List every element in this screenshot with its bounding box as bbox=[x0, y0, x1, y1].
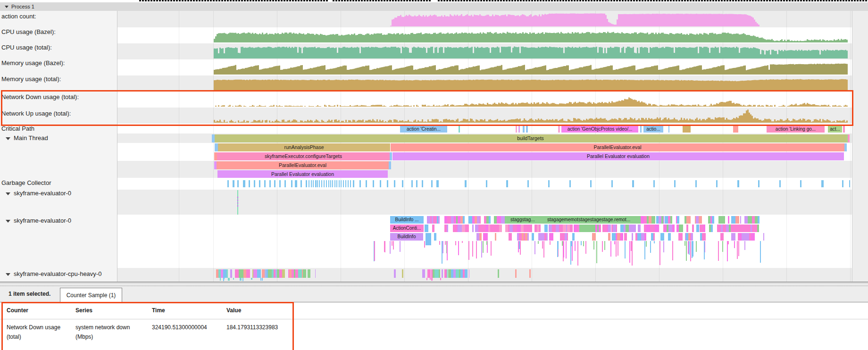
trace-slice[interactable] bbox=[613, 225, 616, 232]
trace-slice[interactable] bbox=[620, 225, 624, 232]
thread-slice[interactable] bbox=[389, 161, 391, 169]
trace-slice-drip[interactable] bbox=[392, 241, 392, 246]
gc-event-tick[interactable] bbox=[317, 180, 318, 187]
counter-chart-memory-usage-bazel-[interactable] bbox=[117, 59, 852, 75]
sidebar-item-memory-usage-bazel-[interactable]: Memory usage (Bazel): bbox=[0, 59, 117, 68]
evaluator-slice[interactable] bbox=[579, 225, 595, 232]
trace-slice-drip[interactable] bbox=[440, 278, 441, 280]
trace-slice-drip[interactable] bbox=[571, 241, 572, 246]
gc-event-tick[interactable] bbox=[313, 180, 314, 187]
sidebar-item-cpu-usage-total-[interactable]: CPU usage (total): bbox=[0, 44, 117, 52]
trace-slice-drip[interactable] bbox=[718, 241, 719, 261]
trace-slice-drip[interactable] bbox=[604, 241, 605, 250]
trace-slice[interactable] bbox=[527, 233, 529, 241]
trace-slice[interactable] bbox=[480, 216, 481, 224]
critical-path-slice[interactable] bbox=[516, 126, 517, 133]
gc-event-tick[interactable] bbox=[350, 180, 351, 187]
trace-slice[interactable] bbox=[579, 225, 579, 232]
trace-slice-drip[interactable] bbox=[400, 241, 401, 252]
trace-slice[interactable] bbox=[691, 233, 693, 241]
trace-slice[interactable] bbox=[679, 225, 683, 232]
timeline-ruler[interactable] bbox=[139, 0, 328, 1]
trace-slice[interactable] bbox=[672, 225, 675, 232]
trace-slice-drip[interactable] bbox=[558, 241, 559, 249]
collapse-arrow-icon[interactable] bbox=[6, 192, 10, 195]
trace-slice[interactable] bbox=[509, 233, 512, 241]
sidebar-item-network-down-usage-total-[interactable]: Network Down usage (total): bbox=[0, 93, 117, 102]
trace-slice[interactable] bbox=[447, 225, 448, 232]
gc-event-tick[interactable] bbox=[436, 180, 439, 187]
gc-event-tick[interactable] bbox=[274, 180, 275, 187]
trace-slice[interactable] bbox=[226, 269, 228, 278]
sidebar-item-critical-path[interactable]: Critical Path bbox=[0, 125, 117, 133]
gc-event-tick[interactable] bbox=[233, 180, 234, 187]
trace-slice[interactable] bbox=[719, 216, 723, 224]
trace-slice[interactable] bbox=[549, 233, 553, 241]
trace-slice[interactable] bbox=[592, 233, 596, 241]
trace-slice[interactable] bbox=[517, 225, 521, 232]
trace-slice-drip[interactable] bbox=[220, 278, 221, 281]
trace-slice[interactable] bbox=[422, 269, 425, 278]
thread-slice[interactable]: Parallel Evaluator evaluation bbox=[392, 152, 844, 160]
gc-event-tick[interactable] bbox=[284, 180, 286, 187]
trace-slice-drip[interactable] bbox=[486, 241, 487, 245]
trace-slice[interactable] bbox=[758, 216, 760, 224]
trace-slice-drip[interactable] bbox=[689, 241, 690, 255]
trace-slice-drip[interactable] bbox=[430, 278, 431, 280]
trace-slice-drip[interactable] bbox=[581, 241, 582, 245]
critical-path-slice[interactable] bbox=[733, 126, 738, 133]
trace-slice[interactable] bbox=[546, 233, 548, 241]
trace-slice[interactable] bbox=[567, 233, 568, 241]
trace-slice[interactable] bbox=[529, 269, 531, 278]
counter-chart-memory-usage-total-[interactable] bbox=[117, 75, 852, 92]
trace-slice[interactable] bbox=[268, 269, 272, 278]
tab-counter-sample[interactable]: Counter Sample (1) bbox=[60, 288, 122, 302]
trace-slice[interactable] bbox=[427, 269, 431, 278]
trace-slice-drip[interactable] bbox=[704, 241, 705, 259]
gc-event-tick[interactable] bbox=[632, 180, 634, 187]
critical-path-slice[interactable] bbox=[523, 126, 525, 133]
trace-slice[interactable] bbox=[465, 225, 469, 232]
gc-event-tick[interactable] bbox=[506, 180, 508, 187]
counter-chart-network-up-usage-total-[interactable] bbox=[117, 108, 852, 124]
trace-slice[interactable] bbox=[668, 233, 671, 241]
gc-event-tick[interactable] bbox=[336, 180, 337, 187]
sidebar-item-skyframe-evaluator-cpu-heavy-0[interactable]: skyframe-evaluator-cpu-heavy-0 bbox=[0, 270, 116, 279]
trace-slice[interactable] bbox=[304, 269, 306, 278]
trace-slice[interactable] bbox=[514, 225, 517, 232]
trace-slice-drip[interactable] bbox=[384, 241, 385, 252]
gc-event-tick[interactable] bbox=[465, 180, 467, 187]
trace-slice-drip[interactable] bbox=[563, 241, 564, 258]
gc-event-tick[interactable] bbox=[674, 180, 676, 187]
gc-event-tick[interactable] bbox=[380, 180, 381, 187]
gc-event-tick[interactable] bbox=[326, 180, 327, 187]
trace-slice[interactable] bbox=[456, 269, 459, 278]
trace-slice[interactable] bbox=[458, 225, 462, 232]
trace-slice[interactable] bbox=[447, 216, 451, 224]
trace-slice-drip[interactable] bbox=[632, 241, 633, 266]
trace-slice[interactable] bbox=[692, 225, 694, 232]
gc-event-tick[interactable] bbox=[569, 180, 571, 187]
gc-event-tick[interactable] bbox=[431, 180, 433, 187]
trace-slice-drip[interactable] bbox=[390, 241, 391, 254]
thread-slice[interactable] bbox=[215, 143, 218, 151]
gc-event-tick[interactable] bbox=[279, 180, 281, 187]
counter-chart-cpu-usage-bazel-[interactable] bbox=[117, 27, 852, 43]
trace-slice[interactable] bbox=[230, 269, 232, 278]
trace-slice-drip[interactable] bbox=[577, 241, 578, 266]
trace-slice-drip[interactable] bbox=[262, 278, 263, 281]
trace-slice-drip[interactable] bbox=[583, 241, 584, 246]
trace-slice-drip[interactable] bbox=[543, 241, 544, 258]
trace-slice-drip[interactable] bbox=[476, 241, 477, 258]
trace-slice[interactable] bbox=[556, 225, 559, 232]
gc-event-tick[interactable] bbox=[332, 180, 333, 187]
trace-slice[interactable] bbox=[632, 225, 635, 232]
thread-slice[interactable]: Parallel Evaluator evaluation bbox=[217, 170, 388, 178]
gc-event-tick[interactable] bbox=[249, 180, 250, 187]
trace-slice-drip[interactable] bbox=[744, 241, 745, 250]
trace-slice[interactable] bbox=[616, 225, 617, 232]
trace-slice-drip[interactable] bbox=[690, 241, 691, 261]
trace-slice[interactable] bbox=[432, 225, 434, 232]
trace-slice-drip[interactable] bbox=[445, 241, 446, 245]
critical-path-slice[interactable]: action 'Creatin... bbox=[400, 126, 447, 133]
